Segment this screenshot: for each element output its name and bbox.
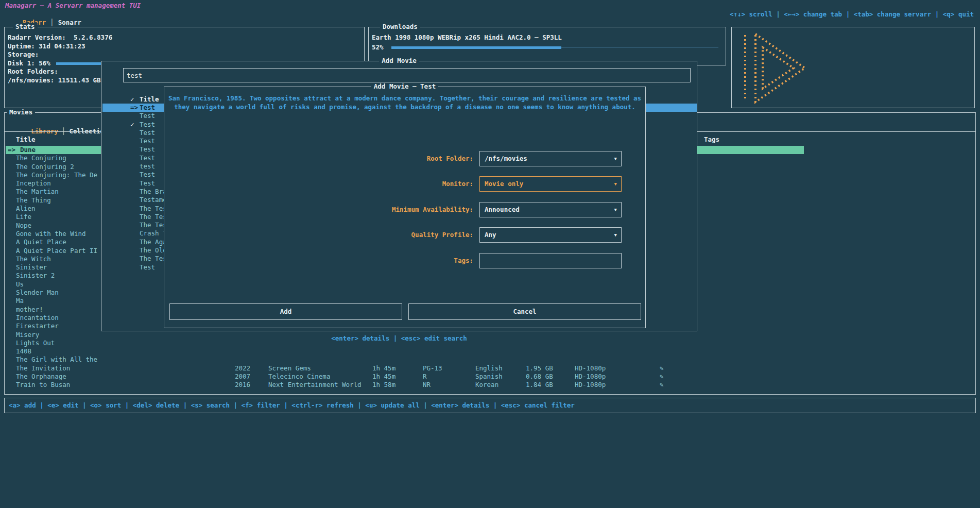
quality-profile-select[interactable]: Any ▼ <box>479 227 622 243</box>
movie-title: Alien <box>16 205 36 212</box>
movie-title: Lights Out <box>16 339 55 347</box>
dropdown-arrow-icon: ▼ <box>614 151 617 166</box>
movie-title: The Conjuring <box>16 154 66 162</box>
monitor-value: Movie only <box>485 177 523 191</box>
quality-profile-value: Any <box>485 228 496 242</box>
download-item-title: Earth 1998 1080p WEBRip x265 Hindi AAC2.… <box>372 33 562 42</box>
movie-quality-profile: HD-1080p <box>575 381 606 389</box>
minimum-availability-select[interactable]: Announced ▼ <box>479 202 622 217</box>
tags-input[interactable] <box>479 253 622 268</box>
root-folder-line: /nfs/movies: 11511.43 GB <box>8 76 101 84</box>
movie-title: The Conjuring 2 <box>16 163 74 171</box>
add-button[interactable]: Add <box>169 303 402 320</box>
movie-title: 1408 <box>16 347 31 355</box>
movies-panel-title: Movies <box>7 108 35 116</box>
radarr-version: Radarr Version: 5.2.6.8376 <box>8 33 112 42</box>
movie-overview-line-1: San Francisco, 1985. Two opposites attra… <box>164 94 645 103</box>
add-movie-panel-title: Add Movie <box>379 57 419 65</box>
movie-language: Spanish <box>475 372 503 381</box>
tab-divider-icon: │ <box>50 19 54 26</box>
movie-size: 0.68 GB <box>526 372 553 381</box>
logo-panel <box>731 27 975 108</box>
result-title: Test <box>140 145 155 153</box>
movie-title: Nope <box>16 222 31 229</box>
quality-profile-label: Quality Profile: <box>164 227 473 243</box>
global-keybindings: <↑↓> scroll | <←→> change tab | <tab> ch… <box>730 10 974 19</box>
movie-size: 1.84 GB <box>526 381 553 389</box>
movie-title: Incantation <box>16 314 59 321</box>
movie-language: English <box>475 364 503 372</box>
result-title: Test <box>140 121 155 128</box>
movie-size: 1.95 GB <box>526 364 553 372</box>
download-percent-label: 52% <box>372 43 384 52</box>
field-tags: Tags: <box>164 253 645 268</box>
cancel-button[interactable]: Cancel <box>408 303 641 320</box>
root-folder-label: Root Folder: <box>164 151 473 166</box>
storage-label: Storage: <box>8 50 39 59</box>
movie-title: Firestarter <box>16 322 59 330</box>
tab-sonarr[interactable]: Sonarr <box>58 19 81 26</box>
minimum-availability-label: Minimum Availability: <box>164 202 473 217</box>
row-marker-icon: => <box>130 104 140 112</box>
field-minimum-availability: Minimum Availability: Announced ▼ <box>164 202 645 217</box>
movie-studio: Next Entertainment World <box>268 381 362 389</box>
movie-quality-profile: HD-1080p <box>575 364 606 372</box>
add-movie-modal: Add Movie – Test San Francisco, 1985. Tw… <box>164 87 646 328</box>
movie-title: A Quiet Place Part II <box>16 247 97 255</box>
movie-title: The Conjuring: The De <box>16 171 97 179</box>
result-title: Test <box>140 179 155 187</box>
modal-title: Add Movie – Test <box>371 82 438 91</box>
result-title: Test <box>140 112 155 120</box>
movie-title: Ma <box>16 297 24 304</box>
result-title: Test <box>140 137 155 145</box>
root-folder-value: /nfs/movies <box>485 151 527 166</box>
field-root-folder: Root Folder: /nfs/movies ▼ <box>164 151 645 166</box>
tags-column-header: Tags <box>704 136 719 144</box>
movie-detail-row: 2016 Next Entertainment World 1h 58m NR … <box>6 381 804 389</box>
result-title: test <box>140 162 155 170</box>
movie-certification: NR <box>423 381 431 389</box>
managarr-app: Managarr – A Servarr management TUI Rada… <box>0 0 980 508</box>
row-marker-icon: ✓ <box>130 121 140 129</box>
minimum-availability-value: Announced <box>485 202 520 217</box>
movie-title: Inception <box>16 179 51 187</box>
downloads-panel: Downloads Earth 1998 1080p WEBRip x265 H… <box>368 27 726 65</box>
movie-title: Misery <box>16 331 39 338</box>
movie-title: Us <box>16 280 24 288</box>
popup-keybindings: <enter> details | <esc> edit search <box>101 334 697 343</box>
tag-icon: ✎ <box>660 381 664 389</box>
movie-detail-rows: 2022 Screen Gems 1h 45m PG-13 English 1.… <box>6 364 804 390</box>
movie-year: 2022 <box>235 364 250 372</box>
movie-certification: PG-13 <box>423 364 442 372</box>
movie-search-box <box>123 68 691 82</box>
movie-studio: Screen Gems <box>268 364 311 372</box>
movie-title: Slender Man <box>16 289 59 296</box>
downloads-panel-title: Downloads <box>380 23 420 31</box>
tag-icon: ✎ <box>660 364 664 372</box>
results-title-header: Title <box>140 95 159 104</box>
movie-title: A Quiet Place <box>16 238 66 246</box>
movie-overview-line-2: they navigate a world full of risks and … <box>164 103 645 111</box>
movie-detail-row: 2022 Screen Gems 1h 45m PG-13 English 1.… <box>6 364 804 372</box>
dropdown-arrow-icon: ▼ <box>614 228 617 242</box>
movie-title: The Witch <box>16 255 51 263</box>
result-title: The Old <box>140 246 167 254</box>
root-folders-label: Root Folders: <box>8 67 58 76</box>
result-title: Test <box>140 104 155 111</box>
movie-year: 2007 <box>235 372 250 381</box>
stats-panel-title: Stats <box>13 23 38 31</box>
root-folder-select[interactable]: /nfs/movies ▼ <box>479 151 622 166</box>
disk-label: Disk 1: 56% <box>8 59 50 67</box>
movie-studio: Telecinco Cinema <box>268 372 330 381</box>
movie-runtime: 1h 58m <box>372 381 396 389</box>
result-title: Test <box>140 263 155 271</box>
movie-title: Life <box>16 213 31 221</box>
add-movie-popup: Add Movie ✓ Title =>Test Test ✓Test Test <box>101 61 697 364</box>
movie-language: Korean <box>475 381 498 389</box>
field-monitor: Monitor: Movie only ▼ <box>164 176 645 192</box>
monitor-select[interactable]: Movie only ▼ <box>479 176 622 192</box>
movie-search-input[interactable] <box>127 69 682 82</box>
app-title: Managarr – A Servarr management TUI <box>5 2 141 10</box>
movie-title: mother! <box>16 306 43 313</box>
movie-title: Dune <box>20 146 36 154</box>
